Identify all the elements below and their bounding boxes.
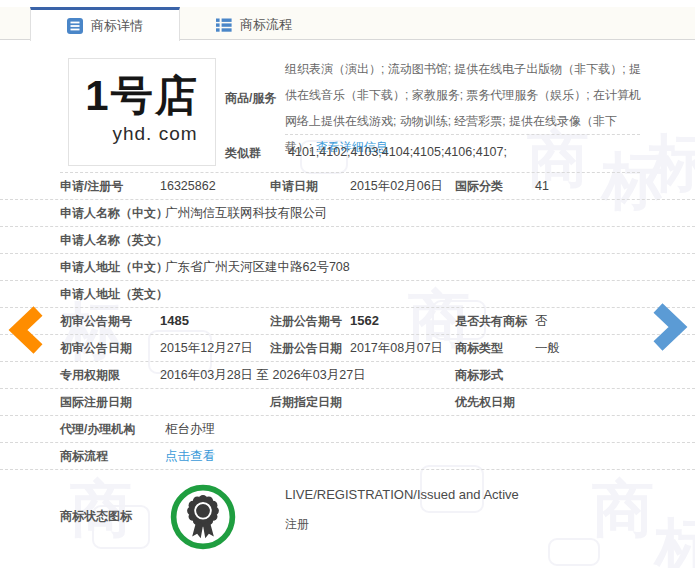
exclusive-period-label: 专用权期限: [60, 362, 160, 388]
table-row: 初审公告日期 2015年12月27日 注册公告日期 2017年08月07日 商标…: [0, 335, 695, 362]
status-text-cn: 注册: [285, 510, 640, 538]
reg-pub-no-value: 1562: [350, 308, 455, 334]
agency-label: 代理/办理机构: [60, 416, 165, 442]
trademark-image: 1号店 yhd. com: [68, 58, 216, 166]
table-row: 申请人名称（英文）: [0, 227, 695, 254]
trademark-form-label: 商标形式: [455, 362, 535, 388]
table-row: 申请人名称（中文） 广州淘信互联网科技有限公司: [0, 200, 695, 227]
reg-pub-date-label: 注册公告日期: [270, 335, 350, 361]
divider: [285, 134, 640, 135]
table-row: 初审公告期号 1485 注册公告期号 1562 是否共有商标 否: [0, 308, 695, 335]
reg-no-value: 16325862: [160, 173, 270, 199]
status-section: 商标状态图标: [0, 470, 695, 563]
applicant-addr-cn-label: 申请人地址（中文）: [60, 254, 165, 280]
exclusive-period-value: 2016年03月28日 至 2026年03月27日: [160, 362, 455, 388]
applicant-addr-cn-value: 广东省广州天河区建中路62号708: [165, 254, 640, 280]
shared-trademark-label: 是否共有商标: [455, 308, 535, 334]
intl-reg-date-label: 国际注册日期: [60, 389, 160, 415]
intl-class-value: 41: [535, 173, 640, 199]
app-date-label: 申请日期: [270, 173, 350, 199]
table-row: 专用权期限 2016年03月28日 至 2026年03月27日 商标形式: [0, 362, 695, 389]
table-row: 代理/办理机构 柜台办理: [0, 416, 695, 443]
tab-trademark-detail[interactable]: 商标详情: [30, 7, 180, 41]
applicant-addr-en-label: 申请人地址（英文）: [60, 281, 165, 307]
trademark-logo-subtitle: yhd. com: [69, 123, 215, 145]
first-trial-date-value: 2015年12月27日: [160, 335, 270, 361]
applicant-name-cn-label: 申请人名称（中文）: [60, 200, 165, 226]
priority-date-label: 优先权日期: [455, 389, 535, 415]
next-arrow-button[interactable]: [650, 303, 688, 351]
reg-no-label: 申请/注册号: [60, 173, 160, 199]
status-icon-label: 商标状态图标: [60, 508, 170, 525]
agency-value: 柜台办理: [165, 416, 640, 442]
tab-trademark-flow[interactable]: 商标流程: [180, 7, 328, 39]
table-row: 商标流程 点击查看: [0, 443, 695, 470]
table-row: 申请人地址（英文）: [0, 281, 695, 308]
view-flow-link[interactable]: 点击查看: [165, 449, 215, 463]
tab-label: 商标详情: [91, 17, 143, 35]
reg-pub-date-value: 2017年08月07日: [350, 335, 455, 361]
similar-group-value: 4101;4102;4103;4104;4105;4106;4107;: [288, 145, 507, 159]
tab-label: 商标流程: [240, 16, 292, 34]
app-date-value: 2015年02月06日: [350, 173, 455, 199]
list-icon: [216, 17, 232, 33]
shared-trademark-value: 否: [535, 308, 640, 334]
applicant-name-en-label: 申请人名称（英文）: [60, 227, 165, 253]
table-row: 申请人地址（中文） 广东省广州天河区建中路62号708: [0, 254, 695, 281]
previous-arrow-button[interactable]: [8, 306, 46, 354]
trademark-flow-label: 商标流程: [60, 443, 165, 469]
goods-services-label: 商品/服务: [225, 90, 276, 107]
intl-class-label: 国际分类: [455, 173, 535, 199]
reg-pub-no-label: 注册公告期号: [270, 308, 350, 334]
table-row: 申请/注册号 16325862 申请日期 2015年02月06日 国际分类 41: [0, 173, 695, 200]
registered-medal-icon: [170, 484, 236, 550]
late-designation-date-label: 后期指定日期: [270, 389, 350, 415]
trademark-type-label: 商标类型: [455, 335, 535, 361]
trademark-detail-page: 商 标 商 标 商 标 商 标 商标详情: [0, 0, 695, 568]
trademark-type-value: 一般: [535, 335, 640, 361]
table-row: 国际注册日期 后期指定日期 优先权日期: [0, 389, 695, 416]
applicant-name-cn-value: 广州淘信互联网科技有限公司: [165, 200, 640, 226]
first-trial-date-label: 初审公告日期: [60, 335, 160, 361]
trademark-detail-panel: 1号店 yhd. com 商品/服务 组织表演（演出）; 流动图书馆; 提供在线…: [0, 40, 695, 563]
tab-bar: 商标详情 商标流程: [0, 7, 695, 40]
document-icon: [67, 18, 83, 34]
trademark-logo-title: 1号店: [69, 75, 215, 117]
goods-section: 1号店 yhd. com 商品/服务 组织表演（演出）; 流动图书馆; 提供在线…: [60, 40, 640, 173]
first-trial-no-label: 初审公告期号: [60, 308, 160, 334]
similar-group-label: 类似群: [225, 145, 261, 162]
status-text-en: LIVE/REGISTRATION/Issued and Active: [285, 480, 640, 510]
first-trial-no-value: 1485: [160, 308, 270, 334]
